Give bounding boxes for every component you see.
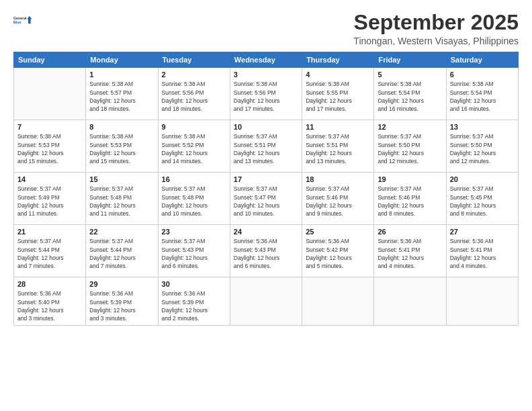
table-row: 4Sunrise: 5:38 AMSunset: 5:55 PMDaylight… — [302, 68, 374, 120]
day-number: 1 — [89, 71, 154, 79]
day-number: 11 — [306, 123, 370, 131]
day-number: 23 — [162, 228, 226, 236]
day-info: Sunrise: 5:38 AMSunset: 5:56 PMDaylight:… — [234, 80, 298, 113]
table-row — [230, 277, 302, 326]
day-info: Sunrise: 5:37 AMSunset: 5:44 PMDaylight:… — [89, 237, 154, 270]
svg-marker-2 — [27, 16, 32, 24]
day-number: 30 — [162, 280, 226, 288]
day-info: Sunrise: 5:36 AMSunset: 5:43 PMDaylight:… — [234, 237, 298, 270]
col-tuesday: Tuesday — [158, 52, 230, 68]
day-info: Sunrise: 5:36 AMSunset: 5:41 PMDaylight:… — [378, 237, 442, 270]
table-row: 20Sunrise: 5:37 AMSunset: 5:45 PMDayligh… — [446, 173, 518, 225]
table-row — [14, 68, 86, 120]
logo: General Blue — [13, 11, 32, 30]
day-number: 24 — [234, 228, 298, 236]
day-number: 3 — [234, 71, 298, 79]
table-row: 1Sunrise: 5:38 AMSunset: 5:57 PMDaylight… — [86, 68, 158, 120]
table-row: 8Sunrise: 5:38 AMSunset: 5:53 PMDaylight… — [86, 120, 158, 173]
day-number: 12 — [378, 123, 442, 131]
logo-icon: General Blue — [13, 11, 32, 30]
day-info: Sunrise: 5:37 AMSunset: 5:43 PMDaylight:… — [162, 237, 226, 270]
table-row — [374, 277, 446, 326]
table-row — [302, 277, 374, 326]
day-number: 19 — [378, 175, 442, 183]
day-info: Sunrise: 5:37 AMSunset: 5:50 PMDaylight:… — [450, 132, 515, 165]
day-number: 15 — [89, 175, 154, 183]
calendar-week-row: 28Sunrise: 5:36 AMSunset: 5:40 PMDayligh… — [14, 277, 519, 326]
day-number: 13 — [450, 123, 515, 131]
day-number: 18 — [306, 175, 370, 183]
day-info: Sunrise: 5:38 AMSunset: 5:52 PMDaylight:… — [162, 132, 226, 165]
calendar-week-row: 14Sunrise: 5:37 AMSunset: 5:49 PMDayligh… — [14, 173, 519, 225]
day-info: Sunrise: 5:37 AMSunset: 5:45 PMDaylight:… — [450, 185, 515, 218]
day-number: 9 — [162, 123, 226, 131]
day-number: 21 — [17, 228, 82, 236]
day-number: 25 — [306, 228, 370, 236]
table-row — [446, 277, 518, 326]
day-number: 2 — [162, 71, 226, 79]
day-info: Sunrise: 5:37 AMSunset: 5:46 PMDaylight:… — [378, 185, 442, 218]
table-row: 9Sunrise: 5:38 AMSunset: 5:52 PMDaylight… — [158, 120, 230, 173]
table-row: 5Sunrise: 5:38 AMSunset: 5:54 PMDaylight… — [374, 68, 446, 120]
table-row: 22Sunrise: 5:37 AMSunset: 5:44 PMDayligh… — [86, 225, 158, 277]
calendar-week-row: 7Sunrise: 5:38 AMSunset: 5:53 PMDaylight… — [14, 120, 519, 173]
table-row: 19Sunrise: 5:37 AMSunset: 5:46 PMDayligh… — [374, 173, 446, 225]
table-row: 10Sunrise: 5:37 AMSunset: 5:51 PMDayligh… — [230, 120, 302, 173]
title-block: September 2025 Tinongan, Western Visayas… — [353, 11, 519, 46]
day-info: Sunrise: 5:37 AMSunset: 5:44 PMDaylight:… — [17, 237, 82, 270]
day-number: 8 — [89, 123, 154, 131]
table-row: 13Sunrise: 5:37 AMSunset: 5:50 PMDayligh… — [446, 120, 518, 173]
page-header: General Blue September 2025 Tinongan, We… — [13, 11, 519, 46]
col-saturday: Saturday — [446, 52, 518, 68]
table-row: 28Sunrise: 5:36 AMSunset: 5:40 PMDayligh… — [14, 277, 86, 326]
calendar-table: Sunday Monday Tuesday Wednesday Thursday… — [13, 52, 519, 326]
day-number: 28 — [17, 280, 82, 288]
day-info: Sunrise: 5:37 AMSunset: 5:47 PMDaylight:… — [234, 185, 298, 218]
day-number: 7 — [17, 123, 82, 131]
day-number: 26 — [378, 228, 442, 236]
day-number: 4 — [306, 71, 370, 79]
col-monday: Monday — [86, 52, 158, 68]
calendar-week-row: 1Sunrise: 5:38 AMSunset: 5:57 PMDaylight… — [14, 68, 519, 120]
day-number: 27 — [450, 228, 515, 236]
day-info: Sunrise: 5:36 AMSunset: 5:40 PMDaylight:… — [17, 289, 82, 322]
table-row: 24Sunrise: 5:36 AMSunset: 5:43 PMDayligh… — [230, 225, 302, 277]
day-info: Sunrise: 5:38 AMSunset: 5:53 PMDaylight:… — [17, 132, 82, 165]
day-info: Sunrise: 5:37 AMSunset: 5:51 PMDaylight:… — [234, 132, 298, 165]
table-row: 29Sunrise: 5:36 AMSunset: 5:39 PMDayligh… — [86, 277, 158, 326]
day-info: Sunrise: 5:38 AMSunset: 5:57 PMDaylight:… — [89, 80, 154, 113]
day-info: Sunrise: 5:38 AMSunset: 5:53 PMDaylight:… — [89, 132, 154, 165]
day-info: Sunrise: 5:38 AMSunset: 5:54 PMDaylight:… — [378, 80, 442, 113]
day-info: Sunrise: 5:36 AMSunset: 5:39 PMDaylight:… — [162, 289, 226, 322]
col-friday: Friday — [374, 52, 446, 68]
day-info: Sunrise: 5:36 AMSunset: 5:39 PMDaylight:… — [89, 289, 154, 322]
day-info: Sunrise: 5:38 AMSunset: 5:54 PMDaylight:… — [450, 80, 515, 113]
month-title: September 2025 — [353, 11, 519, 34]
table-row: 27Sunrise: 5:36 AMSunset: 5:41 PMDayligh… — [446, 225, 518, 277]
day-info: Sunrise: 5:37 AMSunset: 5:49 PMDaylight:… — [17, 185, 82, 218]
table-row: 15Sunrise: 5:37 AMSunset: 5:48 PMDayligh… — [86, 173, 158, 225]
svg-text:Blue: Blue — [13, 20, 21, 24]
table-row: 18Sunrise: 5:37 AMSunset: 5:46 PMDayligh… — [302, 173, 374, 225]
table-row: 14Sunrise: 5:37 AMSunset: 5:49 PMDayligh… — [14, 173, 86, 225]
table-row: 23Sunrise: 5:37 AMSunset: 5:43 PMDayligh… — [158, 225, 230, 277]
day-info: Sunrise: 5:37 AMSunset: 5:48 PMDaylight:… — [89, 185, 154, 218]
location-subtitle: Tinongan, Western Visayas, Philippines — [353, 36, 519, 46]
table-row: 26Sunrise: 5:36 AMSunset: 5:41 PMDayligh… — [374, 225, 446, 277]
col-thursday: Thursday — [302, 52, 374, 68]
table-row: 17Sunrise: 5:37 AMSunset: 5:47 PMDayligh… — [230, 173, 302, 225]
svg-text:General: General — [13, 16, 27, 20]
day-info: Sunrise: 5:38 AMSunset: 5:56 PMDaylight:… — [162, 80, 226, 113]
day-number: 16 — [162, 175, 226, 183]
calendar-header-row: Sunday Monday Tuesday Wednesday Thursday… — [14, 52, 519, 68]
table-row: 12Sunrise: 5:37 AMSunset: 5:50 PMDayligh… — [374, 120, 446, 173]
table-row: 7Sunrise: 5:38 AMSunset: 5:53 PMDaylight… — [14, 120, 86, 173]
table-row: 21Sunrise: 5:37 AMSunset: 5:44 PMDayligh… — [14, 225, 86, 277]
day-info: Sunrise: 5:37 AMSunset: 5:50 PMDaylight:… — [378, 132, 442, 165]
day-info: Sunrise: 5:36 AMSunset: 5:41 PMDaylight:… — [450, 237, 515, 270]
day-number: 17 — [234, 175, 298, 183]
table-row: 16Sunrise: 5:37 AMSunset: 5:48 PMDayligh… — [158, 173, 230, 225]
day-number: 22 — [89, 228, 154, 236]
day-number: 29 — [89, 280, 154, 288]
calendar-week-row: 21Sunrise: 5:37 AMSunset: 5:44 PMDayligh… — [14, 225, 519, 277]
